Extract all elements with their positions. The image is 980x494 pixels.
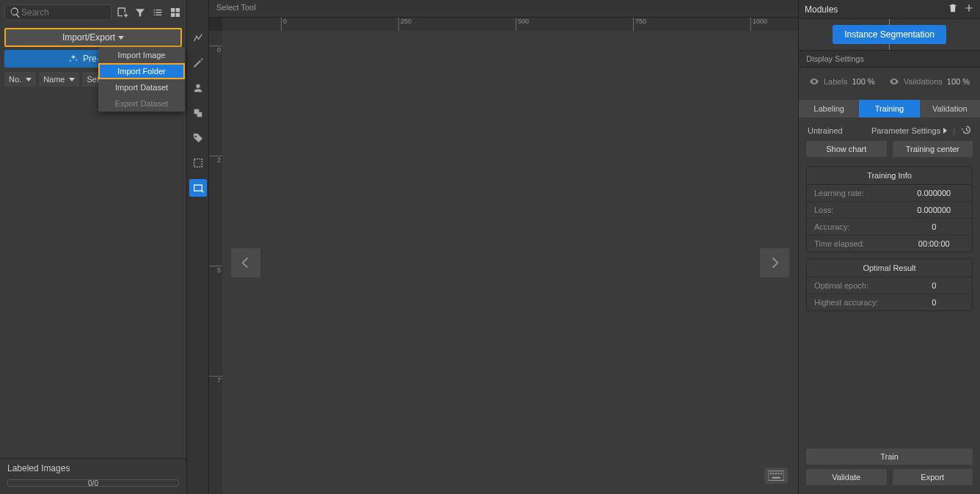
tool-strip <box>187 0 209 494</box>
import-export-menu: Import Image Import Folder Import Datase… <box>98 47 185 112</box>
tab-validation[interactable]: Validation <box>920 100 980 117</box>
training-info-panel: Training Info Learning rate:0.000000 Los… <box>806 166 973 253</box>
training-center-button[interactable]: Training center <box>893 141 973 157</box>
svg-rect-3 <box>770 473 772 474</box>
tool-user[interactable] <box>189 79 207 97</box>
tool-selection[interactable] <box>189 154 207 172</box>
learning-rate-value: 0.000000 <box>896 185 973 201</box>
svg-rect-7 <box>780 473 782 474</box>
svg-rect-5 <box>775 473 777 474</box>
keyboard-icon[interactable] <box>764 468 788 484</box>
tool-polyline[interactable] <box>189 29 207 47</box>
search-icon <box>10 6 21 19</box>
filter-icon[interactable] <box>134 6 147 19</box>
search-box[interactable] <box>4 4 111 21</box>
import-export-button[interactable]: Import/Export <box>4 28 182 47</box>
canvas-area: Select Tool 0 250 500 750 1000 0 2 5 7 <box>209 0 798 494</box>
menu-import-folder[interactable]: Import Folder <box>98 63 185 79</box>
prev-image-button[interactable] <box>231 248 260 277</box>
display-settings-title: Display Settings <box>799 50 980 68</box>
tool-tag[interactable] <box>189 129 207 147</box>
modules-header: Modules <box>799 0 980 19</box>
instance-segmentation-module[interactable]: Instance Segmentation <box>833 25 946 44</box>
history-icon[interactable] <box>961 125 971 137</box>
trash-icon[interactable] <box>948 3 958 15</box>
svg-rect-2 <box>768 471 784 481</box>
chevron-right-icon <box>943 128 947 134</box>
mode-tabs: Labeling Training Validation <box>799 100 980 117</box>
training-info-title: Training Info <box>807 167 972 185</box>
image-add-icon[interactable] <box>116 6 129 19</box>
highest-accuracy-value: 0 <box>896 294 973 310</box>
left-panel: Import/Export Pre-label No. Name Set Val… <box>0 0 187 494</box>
sparkle-icon <box>68 54 78 64</box>
validate-button[interactable]: Validate <box>806 469 887 485</box>
export-button[interactable]: Export <box>893 469 973 485</box>
modules-title: Modules <box>805 4 948 15</box>
tool-shape[interactable] <box>189 104 207 122</box>
ruler-vertical: 0 2 5 7 <box>209 31 222 494</box>
tab-training[interactable]: Training <box>859 100 919 117</box>
optimal-result-panel: Optimal Result Optimal epoch:0 Highest a… <box>806 258 973 311</box>
labels-visibility[interactable]: Labels 100 % <box>809 76 875 87</box>
labeled-images-label: Labeled Images <box>7 463 179 473</box>
tab-labeling[interactable]: Labeling <box>799 100 859 117</box>
right-footer: Train Validate Export <box>799 443 980 494</box>
show-chart-button[interactable]: Show chart <box>806 141 887 157</box>
import-export-label: Import/Export <box>62 32 115 43</box>
menu-import-dataset[interactable]: Import Dataset <box>98 79 185 95</box>
ruler-horizontal: 0 250 500 750 1000 <box>222 18 798 31</box>
labeled-progress: 0/0 <box>7 479 179 487</box>
plus-icon[interactable] <box>964 3 974 15</box>
svg-rect-1 <box>194 185 202 191</box>
search-input[interactable] <box>21 7 106 18</box>
time-elapsed-value: 00:00:00 <box>896 236 973 252</box>
labeled-footer: Labeled Images 0/0 <box>0 458 186 494</box>
eye-icon <box>809 76 819 87</box>
optimal-result-title: Optimal Result <box>807 259 972 277</box>
loss-value: 0.000000 <box>896 202 973 218</box>
right-panel: Modules Instance Segmentation Display Se… <box>798 0 980 494</box>
tool-rectangle[interactable] <box>189 179 207 197</box>
train-button[interactable]: Train <box>806 448 973 465</box>
svg-rect-4 <box>772 473 774 474</box>
active-tool-label: Select Tool <box>209 0 798 18</box>
eye-icon <box>889 76 899 87</box>
col-name[interactable]: Name <box>39 72 79 87</box>
optimal-epoch-value: 0 <box>896 277 973 294</box>
svg-rect-0 <box>194 159 202 167</box>
menu-import-image[interactable]: Import Image <box>98 47 185 63</box>
canvas[interactable] <box>222 31 798 494</box>
svg-rect-8 <box>772 477 780 479</box>
next-image-button[interactable] <box>760 248 789 277</box>
display-settings: Labels 100 % Validations 100 % <box>799 68 980 95</box>
training-status: Untrained <box>808 126 843 135</box>
col-no[interactable]: No. <box>4 72 36 87</box>
svg-rect-6 <box>778 473 780 474</box>
validations-visibility[interactable]: Validations 100 % <box>889 76 970 87</box>
chevron-down-icon <box>118 36 124 40</box>
parameter-settings-link[interactable]: Parameter Settings <box>871 126 947 135</box>
list-icon[interactable] <box>151 6 164 19</box>
menu-export-dataset[interactable]: Export Dataset <box>98 95 185 112</box>
grid-icon[interactable] <box>169 6 182 19</box>
tool-pen[interactable] <box>189 54 207 72</box>
accuracy-value: 0 <box>896 219 973 235</box>
